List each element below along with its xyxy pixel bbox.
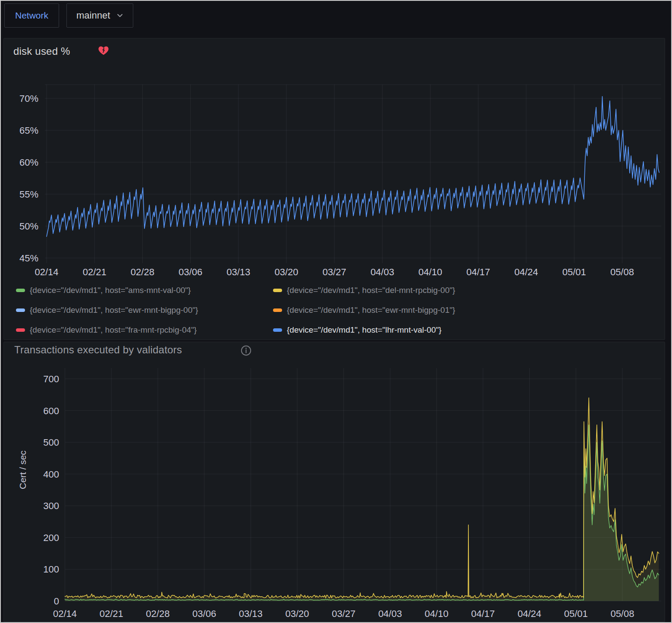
y-axis-tick-label: 55% (19, 189, 38, 200)
chevron-down-icon (116, 12, 123, 19)
x-axis-tick-label: 04/03 (378, 608, 402, 619)
x-axis-tick-label: 04/10 (418, 267, 442, 277)
y-axis-tick-label: 300 (43, 500, 59, 511)
x-axis-tick-label: 05/01 (562, 267, 586, 277)
legend-item[interactable]: {device="/dev/md1", host="fra-mnt-rpcbig… (16, 325, 273, 335)
legend-series-swatch (16, 328, 25, 332)
broken-heart-icon (98, 45, 109, 56)
legend-series-label: {device="/dev/md1", host="ams-mnt-val-00… (30, 286, 191, 295)
panel-title: disk used % (13, 45, 70, 57)
legend-item[interactable]: {device="/dev/md1", host="ams-mnt-val-00… (16, 286, 273, 295)
variable-value: mainnet (76, 10, 110, 21)
y-axis-tick-label: 0 (54, 596, 59, 607)
x-axis-tick-label: 04/03 (371, 267, 394, 277)
x-axis-tick-label: 04/24 (518, 608, 541, 619)
legend-series-swatch (273, 289, 282, 292)
x-axis-tick-label: 03/06 (192, 608, 216, 619)
x-axis-tick-label: 03/06 (179, 267, 202, 277)
x-axis-tick-label: 04/10 (425, 608, 449, 619)
y-axis-tick-label: 45% (19, 253, 38, 264)
y-axis-tick-label: 700 (43, 374, 59, 384)
legend-series-swatch (273, 308, 282, 312)
legend-series-label: {device="/dev/md1", host="lhr-mnt-val-00… (287, 325, 442, 335)
legend-series-label: {device="/dev/md1", host="ewr-mnt-bigpg-… (30, 305, 198, 315)
info-icon[interactable] (240, 345, 252, 356)
x-axis-tick-label: 02/14 (35, 267, 58, 277)
certs-per-sec-green-line (65, 425, 659, 600)
legend-item[interactable]: {device="/dev/md1", host="ewr-mnt-bigpg-… (16, 305, 273, 315)
x-axis-tick-label: 03/13 (239, 608, 263, 619)
y-axis-tick-label: 70% (19, 93, 38, 104)
x-axis-tick-label: 03/27 (323, 267, 346, 277)
legend-series-label: {device="/dev/md1", host="ewr-mnt-bigpg-… (287, 305, 455, 315)
legend-series-swatch (16, 289, 25, 292)
x-axis-tick-label: 05/01 (564, 608, 588, 619)
certs-per-sec-yellow-fill (65, 398, 659, 601)
variable-label: Network (15, 10, 48, 21)
legend-series-swatch (273, 328, 282, 332)
legend-series-label: {device="/dev/md1", host="del-mnt-rpcbig… (287, 286, 455, 295)
y-axis-tick-label: 200 (43, 532, 59, 543)
x-axis-tick-label: 03/13 (226, 267, 250, 277)
panel-disk-used: disk used % 45%50%55%60%65%70%02/1402/21… (3, 38, 665, 340)
y-axis-tick-label: 600 (43, 406, 59, 416)
panel-transactions: Transactions executed by validators Cert… (3, 342, 665, 622)
x-axis-tick-label: 02/21 (100, 608, 123, 619)
chart-legend: {device="/dev/md1", host="ams-mnt-val-00… (16, 280, 455, 340)
certs-per-sec-yellow-line (65, 398, 659, 598)
x-axis-tick-label: 04/17 (466, 267, 490, 277)
y-axis-tick-label: 50% (19, 221, 38, 232)
variable-label-box: Network (4, 3, 59, 28)
x-axis-tick-label: 02/28 (131, 267, 154, 277)
x-axis-tick-label: 05/08 (610, 608, 634, 619)
x-axis-tick-label: 02/21 (83, 267, 107, 277)
network-variable-dropdown[interactable]: mainnet (66, 3, 133, 28)
transactions-chart-canvas[interactable]: 010020030040050060070002/1402/2102/2803/… (4, 342, 665, 622)
x-axis-tick-label: 03/20 (285, 608, 309, 619)
panel-title: Transactions executed by validators (14, 344, 182, 356)
legend-series-swatch (16, 308, 25, 312)
legend-item[interactable]: {device="/dev/md1", host="lhr-mnt-val-00… (273, 325, 455, 335)
x-axis-tick-label: 04/24 (514, 267, 538, 277)
certs-per-sec-green-fill (65, 425, 659, 601)
x-axis-tick-label: 05/08 (610, 267, 634, 277)
x-axis-tick-label: 02/14 (53, 608, 77, 619)
y-axis-tick-label: 100 (43, 564, 59, 575)
legend-series-label: {device="/dev/md1", host="fra-mnt-rpcbig… (30, 325, 197, 335)
x-axis-tick-label: 03/20 (274, 267, 298, 277)
legend-item[interactable]: {device="/dev/md1", host="ewr-mnt-bigpg-… (273, 305, 455, 315)
y-axis-tick-label: 60% (19, 157, 38, 168)
x-axis-tick-label: 04/17 (471, 608, 495, 619)
y-axis-tick-label: 65% (19, 125, 38, 136)
y-axis-tick-label: 400 (43, 469, 59, 480)
y-axis-tick-label: 500 (43, 437, 59, 448)
legend-item[interactable]: {device="/dev/md1", host="del-mnt-rpcbig… (273, 286, 455, 295)
x-axis-tick-label: 03/27 (332, 608, 355, 619)
disk-used-lhr-mnt-val-00-line (47, 97, 659, 237)
x-axis-tick-label: 02/28 (146, 608, 170, 619)
